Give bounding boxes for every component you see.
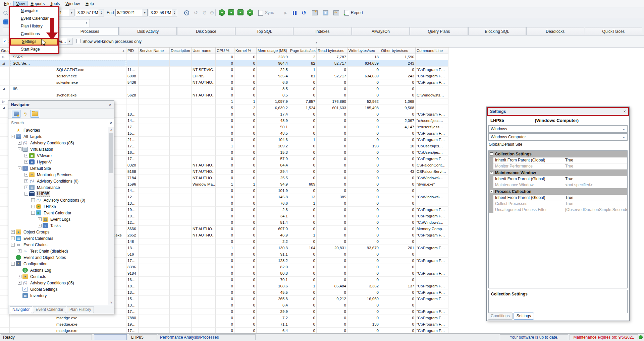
cell-write-bytes[interactable]: 0 [347, 149, 380, 156]
cell-user-name[interactable] [192, 118, 216, 124]
cell-command-line[interactable] [416, 54, 448, 60]
tree-item-tasks[interactable]: +○Tasks [8, 222, 114, 229]
cell-service-name[interactable] [139, 67, 170, 73]
cell-pid[interactable]: 11… [126, 67, 139, 73]
tree-item-inventory[interactable]: ▦Inventory [8, 292, 114, 299]
cell-other-bytes[interactable]: 0 [380, 296, 416, 302]
cell-mem-usage[interactable]: 80.8 [257, 270, 289, 277]
new-window-icon[interactable]: ▣ [322, 9, 329, 16]
step-back-button[interactable]: ◄ [228, 9, 234, 15]
property-row[interactable]: Inherit From Parent (Global)True [489, 195, 627, 201]
cell-description[interactable] [170, 264, 192, 270]
cell-other-bytes[interactable]: 243 [380, 60, 416, 67]
menubar-item-help[interactable]: Help [83, 1, 97, 7]
cell-page-faults[interactable]: 0 [289, 289, 317, 296]
table-row[interactable]: ◢SQL Se…00964.48252,717634,639243 [0, 60, 449, 67]
cell-cpu[interactable]: 0 [216, 175, 234, 181]
tree-item-test-chain-disabled[interactable]: +∞Test Chain (disabled) [8, 248, 114, 254]
cell-page-faults[interactable]: 0 [289, 328, 317, 334]
navigator-tab-navigator[interactable]: Navigator [10, 306, 32, 313]
cell-command-line[interactable]: "C:\Program F… [416, 213, 448, 219]
cell-other-bytes[interactable]: 0 [380, 277, 416, 283]
cell-service-name[interactable] [139, 309, 170, 315]
property-row[interactable]: Collect ProcessesTrue [489, 201, 627, 207]
navigator-tab-plan-history[interactable]: Plan History [67, 306, 94, 313]
cell-description[interactable] [170, 302, 192, 309]
cell-write-bytes[interactable]: 0 [347, 238, 380, 245]
table-row[interactable]: SQLAGENT.exe11…NT SERVIC…0022.51000"C:\P… [0, 67, 449, 73]
tree-item-actions-log[interactable]: ◎Actions Log [8, 267, 114, 273]
cell-write-bytes[interactable]: 0 [347, 302, 380, 309]
tab-disk-space[interactable]: Disk Space [177, 27, 235, 35]
tree-item-advisory-conditions-85[interactable]: +(ϟ)Advisory Conditions (85) [8, 280, 114, 286]
cell-user-name[interactable] [192, 98, 216, 105]
cell-read-bytes[interactable]: 0 [317, 207, 347, 213]
cell-service-name[interactable] [139, 188, 170, 194]
column-header-mem-usage-mb[interactable]: Mem usage (MB) [257, 48, 289, 54]
tree-expander-icon[interactable]: + [24, 154, 28, 157]
tree-item-advisory-conditions-0[interactable]: +(ϟ)Advisory Conditions (0) [8, 197, 114, 203]
cell-kernel[interactable]: 0 [234, 226, 257, 232]
collapse-band-icon[interactable]: ∧ [315, 41, 318, 45]
cell-command-line[interactable]: "dwm.exe" [416, 181, 448, 188]
cell-service-name[interactable] [139, 264, 170, 270]
tree-item-global-settings[interactable]: ✓Global Settings [8, 286, 114, 292]
cell-pid[interactable]: 17… [126, 156, 139, 162]
cell-read-bytes[interactable]: 0 [317, 258, 347, 264]
cell-other-bytes[interactable]: 9,508 [380, 105, 416, 111]
cell-command-line[interactable] [416, 98, 448, 105]
cell-pid[interactable]: 17… [126, 258, 139, 264]
cell-mem-usage[interactable]: 57.9 [257, 156, 289, 162]
cell-mem-usage[interactable]: 22.5 [257, 67, 289, 73]
cell-other-bytes[interactable]: 0 [380, 258, 416, 264]
cell-kernel[interactable]: 2 [234, 105, 257, 111]
cell-service-name[interactable] [139, 149, 170, 156]
cell-page-faults[interactable]: 1 [289, 200, 317, 207]
cell-kernel[interactable]: 0 [234, 137, 257, 143]
cell-pid[interactable]: 15… [126, 130, 139, 137]
cell-name[interactable]: SQL Se… [10, 60, 126, 67]
cell-read-bytes[interactable]: 0 [317, 270, 347, 277]
row-expander[interactable]: ▷ [0, 54, 10, 60]
menubar-item-window[interactable]: Window [63, 1, 83, 7]
cell-pid[interactable]: 13… [126, 289, 139, 296]
cell-cpu[interactable]: 0 [216, 270, 234, 277]
cell-write-bytes[interactable]: 0 [347, 264, 380, 270]
cell-read-bytes[interactable]: 52,717 [317, 73, 347, 79]
cell-other-bytes[interactable]: 0 [380, 270, 416, 277]
property-value[interactable]: True [563, 176, 627, 182]
cell-user-name[interactable] [192, 302, 216, 309]
cell-pid[interactable]: 17… [126, 124, 139, 130]
search-events-icon[interactable] [2, 9, 9, 16]
cell-user-name[interactable] [192, 289, 216, 296]
tree-expander-icon[interactable]: + [11, 236, 15, 240]
cell-other-bytes[interactable]: 0 [380, 137, 416, 143]
cell-page-faults[interactable]: 0 [289, 79, 317, 86]
cell-pid[interactable]: 9184 [126, 270, 139, 277]
cell-command-line[interactable]: "C:\Program F… [416, 270, 448, 277]
settings-type-dropdown[interactable]: Windows Computer ⌄ [488, 133, 628, 141]
play-button[interactable]: ► [282, 9, 289, 16]
cell-description[interactable] [170, 67, 192, 73]
table-row[interactable]: ▷SSRS00228.927,787131,596 [0, 54, 449, 60]
cell-pid[interactable]: 16… [126, 277, 139, 283]
cell-page-faults[interactable]: 609 [289, 181, 317, 188]
cell-read-bytes[interactable]: 0 [317, 289, 347, 296]
property-row[interactable]: Inherit From Parent (Global)True [489, 176, 627, 182]
cell-read-bytes[interactable]: 0 [317, 162, 347, 168]
cell-mem-usage[interactable]: 48.9 [257, 118, 289, 124]
tree-item-event-calendars[interactable]: +▦Event Calendars [8, 235, 114, 242]
cell-kernel[interactable]: 0 [234, 270, 257, 277]
property-group-collection-settings[interactable]: −Collection Settings [489, 151, 627, 157]
navigator-close-icon[interactable]: × [109, 102, 111, 107]
cell-write-bytes[interactable]: 0 [347, 86, 380, 92]
cell-pid[interactable] [126, 98, 139, 105]
cell-service-name[interactable] [139, 277, 170, 283]
cell-name[interactable]: msedge.exe [10, 315, 126, 321]
cell-other-bytes[interactable]: 0 [380, 289, 416, 296]
cell-kernel[interactable]: 0 [234, 175, 257, 181]
cell-description[interactable] [170, 130, 192, 137]
cell-cpu[interactable]: 1 [216, 245, 234, 251]
cell-page-faults[interactable]: 0 [289, 111, 317, 118]
cell-kernel[interactable]: 0 [234, 79, 257, 86]
